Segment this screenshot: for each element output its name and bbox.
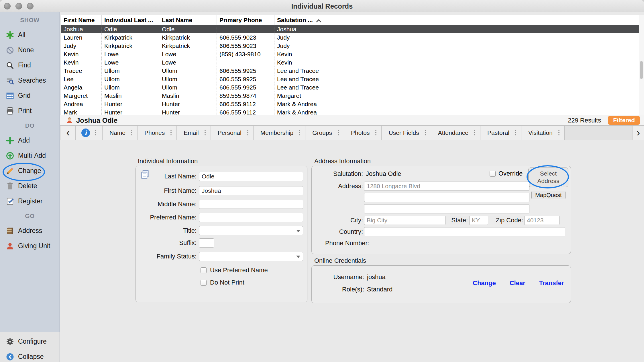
credentials-transfer-link[interactable]: Transfer xyxy=(539,279,564,287)
table-row[interactable]: MarkHunterHunter606.555.9112Mark & Andre… xyxy=(61,108,644,115)
table-cell: Hunter xyxy=(102,100,159,108)
column-header-individual-last[interactable]: Individual Last ... xyxy=(102,15,159,25)
table-row[interactable]: KevinLoweLowe(859) 433-9810Kevin xyxy=(61,50,644,58)
sidebar-item-searches[interactable]: Searches xyxy=(0,73,60,88)
sidebar-item-address[interactable]: Address xyxy=(0,223,60,238)
tab-grip-icon xyxy=(515,130,517,136)
tab-scroll-left-button[interactable] xyxy=(61,126,76,140)
last-name-label: Last Name: xyxy=(136,173,197,180)
table-row[interactable]: LaurenKirkpatrickKirkpatrick606.555.9023… xyxy=(61,33,644,42)
mapquest-button[interactable]: MapQuest xyxy=(531,191,566,199)
tab-phones[interactable]: Phones xyxy=(138,126,177,140)
state-input[interactable] xyxy=(469,216,488,225)
sidebar-item-collapse[interactable]: Collapse xyxy=(0,349,60,362)
sidebar-item-grid[interactable]: Grid xyxy=(0,88,60,103)
family-status-label: Family Status: xyxy=(136,253,197,260)
column-header-first-name[interactable]: First Name xyxy=(61,15,102,25)
sidebar-item-register[interactable]: Register xyxy=(0,194,60,209)
table-cell: Odle xyxy=(159,25,217,33)
zip-code-input[interactable] xyxy=(524,216,559,225)
first-name-input[interactable] xyxy=(199,186,303,195)
close-window-button[interactable] xyxy=(4,3,11,9)
add-icon xyxy=(6,136,14,145)
username-label: Username: xyxy=(312,273,364,281)
tab-grip-icon xyxy=(247,130,249,136)
table-scrollbar-thumb[interactable] xyxy=(640,61,643,79)
sidebar-item-change[interactable]: Change xyxy=(0,163,60,178)
tab-grip-icon xyxy=(95,130,97,136)
state-label: State: xyxy=(445,217,468,224)
sidebar-item-all[interactable]: All xyxy=(0,27,60,42)
delete-icon xyxy=(6,182,14,190)
address-line2-input[interactable] xyxy=(364,193,529,202)
window-title: Individual Records xyxy=(0,0,644,12)
column-header-primary-phone[interactable]: Primary Phone xyxy=(217,15,274,25)
sidebar-item-none[interactable]: None xyxy=(0,42,60,58)
sidebar-item-find[interactable]: Find xyxy=(0,58,60,73)
address-line1-input[interactable] xyxy=(364,182,529,191)
address-line3-input[interactable] xyxy=(364,204,529,213)
sidebar-item-configure[interactable]: Configure xyxy=(0,334,60,349)
table-row[interactable]: MargeretMaslinMaslin859.555.9874Margaret xyxy=(61,92,644,100)
tab-label: Email xyxy=(184,129,199,136)
table-row[interactable]: JudyKirkpatrickKirkpatrick606.555.9023Ju… xyxy=(61,42,644,50)
tab-pastoral[interactable]: Pastoral xyxy=(480,126,521,140)
select-address-button[interactable]: Select Address xyxy=(528,168,568,187)
tab-email[interactable]: Email xyxy=(177,126,211,140)
family-status-dropdown[interactable] xyxy=(199,252,303,261)
table-cell: Hunter xyxy=(159,100,217,108)
suffix-input[interactable] xyxy=(199,238,214,248)
sidebar-item-delete[interactable]: Delete xyxy=(0,178,60,194)
sidebar-item-label: Collapse xyxy=(18,353,44,361)
sidebar-item-print[interactable]: Print xyxy=(0,103,60,118)
minimize-window-button[interactable] xyxy=(15,3,22,9)
last-name-input[interactable] xyxy=(199,172,303,181)
table-cell: (859) 433-9810 xyxy=(217,50,274,58)
credentials-clear-link[interactable]: Clear xyxy=(510,279,525,287)
address-book-icon xyxy=(6,227,14,235)
table-scrollbar[interactable] xyxy=(639,15,644,115)
city-input[interactable] xyxy=(364,216,445,225)
tab-label: Groups xyxy=(312,129,332,136)
tab-grip-icon xyxy=(474,130,476,136)
title-dropdown[interactable] xyxy=(199,226,303,235)
tab-photos[interactable]: Photos xyxy=(344,126,382,140)
override-checkbox[interactable] xyxy=(490,171,496,177)
sidebar-item-add[interactable]: Add xyxy=(0,133,60,148)
tab-user-fields[interactable]: User Fields xyxy=(382,126,431,140)
use-preferred-name-checkbox[interactable] xyxy=(201,267,207,273)
country-input[interactable] xyxy=(364,227,565,236)
record-info-tab[interactable] xyxy=(76,126,103,140)
tab-scroll-right-button[interactable] xyxy=(633,126,644,140)
tab-attendance[interactable]: Attendance xyxy=(431,126,480,140)
table-row-selected[interactable]: JoshuaOdleOdleJoshua xyxy=(61,25,644,33)
column-header-salutation[interactable]: Salutation ... xyxy=(274,15,331,25)
table-row[interactable]: LeeUllomUllom606.555.9925Lee and Tracee xyxy=(61,75,644,83)
table-cell: Kevin xyxy=(274,58,331,67)
sidebar-item-giving-unit[interactable]: Giving Unit xyxy=(0,238,60,254)
preferred-name-input[interactable] xyxy=(199,213,303,222)
tab-personal[interactable]: Personal xyxy=(211,126,254,140)
tab-membership[interactable]: Membership xyxy=(254,126,306,140)
middle-name-label: Middle Name: xyxy=(136,201,197,208)
table-cell: Andrea xyxy=(61,100,102,108)
table-cell: Mark & Andrea xyxy=(274,108,331,115)
tab-grip-icon xyxy=(299,130,301,136)
tab-name[interactable]: Name xyxy=(103,126,138,140)
do-not-print-checkbox[interactable] xyxy=(201,280,207,286)
middle-name-input[interactable] xyxy=(199,200,303,209)
table-cell: Lowe xyxy=(159,50,217,58)
table-row[interactable]: AndreaHunterHunter606.555.9112Mark & And… xyxy=(61,100,644,108)
zoom-window-button[interactable] xyxy=(27,3,34,9)
filtered-badge[interactable]: Filtered xyxy=(608,116,640,125)
table-row[interactable]: AngelaUllomUllom606.555.9925Lee and Trac… xyxy=(61,83,644,92)
column-header-last-name[interactable]: Last Name xyxy=(159,15,217,25)
address-information-title: Address Information xyxy=(314,157,371,165)
table-row[interactable]: KevinLoweLoweKevin xyxy=(61,58,644,67)
sidebar-item-label: Address xyxy=(18,227,42,235)
tab-groups[interactable]: Groups xyxy=(305,126,344,140)
credentials-change-link[interactable]: Change xyxy=(473,279,496,287)
table-row[interactable]: TraceeUllomUllom606.555.9925Lee and Trac… xyxy=(61,67,644,75)
tab-visitation[interactable]: Visitation xyxy=(521,126,565,140)
sidebar-item-multi-add[interactable]: Multi-Add xyxy=(0,148,60,163)
